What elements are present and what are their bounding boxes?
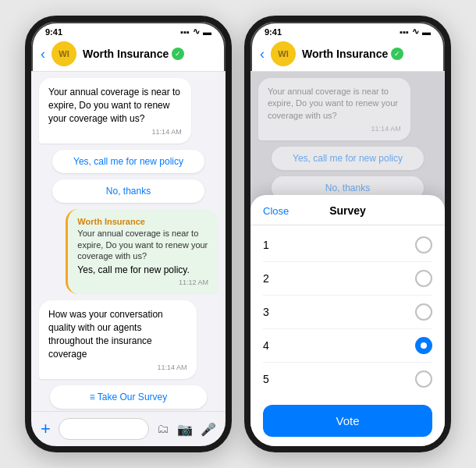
survey-title: Survey — [305, 204, 390, 217]
battery-icon: ▬ — [203, 27, 211, 37]
no-thanks-button[interactable]: No, thanks — [52, 179, 204, 203]
sent-quote-text: Your annual coverage is near to expire, … — [77, 228, 208, 261]
verified-badge-2: ✓ — [391, 48, 403, 60]
message-coverage-1: Your annual coverage is near to expire, … — [39, 78, 191, 144]
text-input-1[interactable] — [59, 418, 149, 440]
message-time-1: 11:14 AM — [48, 128, 182, 136]
verified-badge-1: ✓ — [172, 48, 184, 60]
survey-overlay: Close Survey 1 2 — [250, 195, 445, 446]
dimmed-msg-1: Your annual coverage is near to expire, … — [258, 78, 410, 140]
input-bar-1: + 🗂 📷 🎤 — [31, 411, 226, 446]
plus-icon-1[interactable]: + — [41, 419, 51, 439]
nav-bar-2: ‹ WI Worth Insurance ✓ — [250, 38, 445, 72]
survey-options: 1 2 3 4 — [250, 225, 445, 399]
survey-option-4[interactable]: 4 — [263, 329, 432, 363]
radio-5[interactable] — [415, 370, 432, 388]
avatar-1: WI — [52, 41, 76, 66]
back-button-1[interactable]: ‹ — [41, 47, 45, 61]
phones-container: 9:41 ▪▪▪ ∿ ▬ ‹ WI Worth Insurance ✓ Your… — [25, 16, 451, 452]
time-2: 9:41 — [265, 27, 282, 37]
phone-1: 9:41 ▪▪▪ ∿ ▬ ‹ WI Worth Insurance ✓ Your… — [25, 16, 232, 452]
option-label-3: 3 — [263, 306, 269, 318]
vote-button[interactable]: Vote — [263, 405, 432, 437]
option-label-2: 2 — [263, 272, 269, 285]
mic-icon[interactable]: 🎤 — [201, 422, 216, 437]
sent-message-branded: Worth Insurance Your annual coverage is … — [66, 209, 218, 294]
message-text-1: Your annual coverage is near to expire, … — [48, 86, 182, 125]
sent-time: 11:12 AM — [77, 278, 208, 286]
nav-title-area-2: Worth Insurance ✓ — [302, 48, 435, 60]
avatar-2: WI — [271, 41, 296, 66]
battery-icon-2: ▬ — [422, 27, 431, 37]
status-bar-2: 9:41 ▪▪▪ ∿ ▬ — [250, 22, 445, 38]
radio-3[interactable] — [415, 303, 432, 321]
signal-bars-icon-2: ▪▪▪ — [400, 27, 409, 37]
input-icons-1: 🗂 📷 🎤 — [157, 422, 216, 437]
survey-header: Close Survey — [250, 195, 445, 225]
back-button-2[interactable]: ‹ — [260, 47, 265, 61]
wifi-icon-2: ∿ — [412, 27, 419, 37]
status-icons-2: ▪▪▪ ∿ ▬ — [400, 27, 431, 37]
survey-option-2[interactable]: 2 — [263, 262, 432, 296]
status-bar-1: 9:41 ▪▪▪ ∿ ▬ — [31, 22, 226, 38]
status-icons-1: ▪▪▪ ∿ ▬ — [180, 27, 211, 37]
nav-title-1: Worth Insurance — [83, 48, 169, 60]
dimmed-yes-btn: Yes, call me for new policy — [272, 147, 424, 170]
nav-bar-1: ‹ WI Worth Insurance ✓ — [31, 38, 226, 72]
phone-2: 9:41 ▪▪▪ ∿ ▬ ‹ WI Worth Insurance ✓ You — [244, 16, 451, 452]
attachment-icon[interactable]: 🗂 — [157, 422, 169, 437]
phone-content-wrapper: Your annual coverage is near to expire, … — [250, 72, 445, 446]
survey-message: How was your conversation quality with o… — [39, 300, 197, 379]
option-label-4: 4 — [263, 339, 269, 352]
wifi-icon: ∿ — [193, 27, 200, 37]
nav-title-2: Worth Insurance — [302, 48, 388, 60]
chat-area-1: Your annual coverage is near to expire, … — [31, 72, 226, 411]
nav-title-area-1: Worth Insurance ✓ — [83, 48, 216, 60]
survey-option-5[interactable]: 5 — [263, 363, 432, 395]
yes-button[interactable]: Yes, call me for new policy — [52, 150, 204, 173]
survey-option-1[interactable]: 1 — [263, 229, 432, 262]
radio-1[interactable] — [415, 236, 432, 254]
signal-bars-icon: ▪▪▪ — [180, 27, 190, 37]
survey-message-text: How was your conversation quality with o… — [48, 308, 187, 360]
radio-4[interactable] — [415, 337, 432, 354]
option-label-1: 1 — [263, 239, 269, 251]
camera-icon[interactable]: 📷 — [177, 422, 193, 437]
close-survey-button[interactable]: Close — [263, 205, 305, 217]
option-label-5: 5 — [263, 373, 269, 385]
survey-message-time: 11:14 AM — [48, 363, 187, 371]
sent-reply-text: Yes, call me for new policy. — [77, 264, 208, 275]
take-survey-button[interactable]: ≡ Take Our Survey — [50, 385, 208, 409]
time-1: 9:41 — [45, 27, 62, 37]
brand-name-label: Worth Insurance — [77, 217, 208, 226]
survey-option-3[interactable]: 3 — [263, 296, 432, 329]
radio-2[interactable] — [415, 270, 432, 287]
